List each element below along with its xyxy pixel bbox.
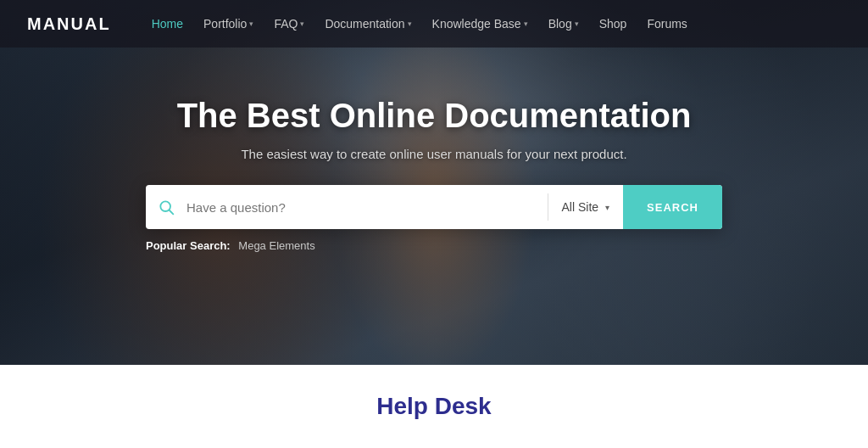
search-dropdown[interactable]: All Site ▾ bbox=[548, 185, 624, 229]
nav-link-documentation[interactable]: Documentation ▾ bbox=[325, 17, 411, 31]
nav-item-faq[interactable]: FAQ ▾ bbox=[274, 17, 304, 31]
chevron-down-icon: ▾ bbox=[249, 20, 253, 28]
hero-title: The Best Online Documentation bbox=[68, 96, 800, 135]
nav-link-portfolio[interactable]: Portfolio ▾ bbox=[203, 17, 253, 31]
nav-link-blog[interactable]: Blog ▾ bbox=[548, 17, 579, 31]
hero-subtitle: The easiest way to create online user ma… bbox=[68, 147, 800, 161]
chevron-down-icon: ▾ bbox=[408, 20, 412, 28]
site-logo[interactable]: MANUAL bbox=[27, 14, 111, 34]
chevron-down-icon: ▾ bbox=[575, 20, 579, 28]
chevron-down-icon: ▾ bbox=[524, 20, 528, 28]
nav-item-portfolio[interactable]: Portfolio ▾ bbox=[203, 17, 253, 31]
nav-item-documentation[interactable]: Documentation ▾ bbox=[325, 17, 411, 31]
chevron-down-icon: ▾ bbox=[605, 203, 609, 212]
hero-content: The Best Online Documentation The easies… bbox=[0, 96, 868, 252]
popular-search-label: Popular Search: bbox=[146, 239, 231, 252]
popular-search-tag[interactable]: Mega Elements bbox=[238, 239, 314, 252]
nav-link-home[interactable]: Home bbox=[152, 17, 183, 31]
nav-item-shop[interactable]: Shop bbox=[599, 17, 627, 31]
search-button[interactable]: SEARCH bbox=[623, 185, 722, 229]
chevron-down-icon: ▾ bbox=[300, 20, 304, 28]
bottom-section: Help Desk bbox=[0, 365, 868, 448]
svg-line-1 bbox=[170, 210, 174, 215]
nav-link-faq[interactable]: FAQ ▾ bbox=[274, 17, 304, 31]
nav-link-knowledge-base[interactable]: Knowledge Base ▾ bbox=[432, 17, 528, 31]
popular-search: Popular Search: Mega Elements bbox=[146, 239, 722, 252]
nav-item-forums[interactable]: Forums bbox=[647, 17, 687, 31]
nav-item-blog[interactable]: Blog ▾ bbox=[548, 17, 579, 31]
nav-item-home[interactable]: Home bbox=[152, 17, 183, 31]
help-desk-title: Help Desk bbox=[376, 393, 491, 420]
search-icon bbox=[146, 199, 186, 216]
nav-link-shop[interactable]: Shop bbox=[599, 17, 627, 31]
navbar: MANUAL Home Portfolio ▾ FAQ ▾ Documentat… bbox=[0, 0, 868, 48]
search-icon-svg bbox=[158, 199, 175, 216]
hero-section: The Best Online Documentation The easies… bbox=[0, 0, 868, 365]
dropdown-label: All Site bbox=[562, 200, 599, 214]
search-bar: All Site ▾ SEARCH bbox=[146, 185, 722, 229]
nav-links: Home Portfolio ▾ FAQ ▾ Documentation ▾ K… bbox=[152, 17, 687, 31]
search-input[interactable] bbox=[186, 185, 548, 229]
nav-item-knowledge-base[interactable]: Knowledge Base ▾ bbox=[432, 17, 528, 31]
nav-link-forums[interactable]: Forums bbox=[647, 17, 687, 31]
